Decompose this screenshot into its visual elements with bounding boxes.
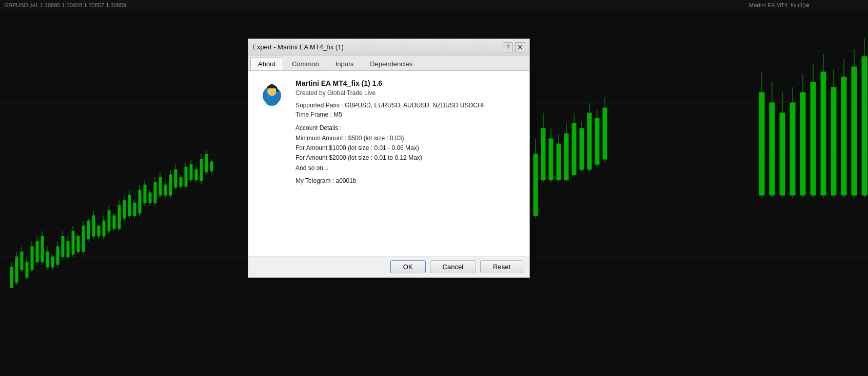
tab-dependencies[interactable]: Dependencies bbox=[362, 58, 420, 70]
dialog-titlebar: Expert - Martini EA MT4_fix (1) ? ✕ bbox=[248, 39, 529, 55]
svg-marker-135 bbox=[267, 84, 277, 87]
cancel-button[interactable]: Cancel bbox=[430, 260, 476, 273]
svg-point-137 bbox=[276, 90, 278, 92]
avatar-icon bbox=[259, 81, 285, 108]
reset-button[interactable]: Reset bbox=[480, 260, 523, 273]
svg-point-138 bbox=[266, 98, 278, 106]
info-area: Martini EA MT4_fix (1) 1.6 Created by Gl… bbox=[295, 79, 521, 248]
avatar-area bbox=[257, 79, 287, 248]
ea-account-details: Account Details : bbox=[295, 124, 521, 131]
ok-button[interactable]: OK bbox=[390, 260, 426, 273]
close-button[interactable]: ✕ bbox=[515, 42, 525, 52]
ea-amount-2000: For Amount $2000 (lot size : 0.01 to 0.1… bbox=[295, 153, 521, 163]
ea-amount-1000: For Amount $1000 (lot size : 0.01 - 0.06… bbox=[295, 143, 521, 153]
svg-point-139 bbox=[267, 95, 271, 99]
ea-telegram: My Telegram : a0001b bbox=[295, 177, 521, 184]
ea-min-amount: Minimum Amount : $500 (lot size : 0.03) bbox=[295, 134, 521, 143]
help-button[interactable]: ? bbox=[503, 42, 513, 52]
ea-title: Martini EA MT4_fix (1) 1.6 bbox=[295, 79, 521, 87]
tab-about[interactable]: About bbox=[250, 58, 283, 70]
dialog-controls: ? ✕ bbox=[503, 42, 525, 52]
dialog-content: Martini EA MT4_fix (1) 1.6 Created by Gl… bbox=[248, 71, 529, 256]
dialog-tabs: About Common Inputs Dependencies bbox=[248, 55, 529, 71]
svg-text:GBPUSD.,H1  1.30895  1.30928  : GBPUSD.,H1 1.30895 1.30928 1.30857 1.308… bbox=[4, 2, 126, 8]
dialog-footer: OK Cancel Reset bbox=[248, 256, 529, 277]
ea-and-so-on: And so on... bbox=[295, 163, 521, 173]
expert-dialog: Expert - Martini EA MT4_fix (1) ? ✕ Abou… bbox=[248, 39, 530, 278]
svg-text:Martini EA MT4_fix (1)⊕: Martini EA MT4_fix (1)⊕ bbox=[749, 2, 810, 8]
tab-common[interactable]: Common bbox=[284, 58, 327, 70]
ea-supported-pairs: Supported Pairs : GBPUSD, EURUSD, AUDUSD… bbox=[295, 101, 521, 110]
ea-created-by: Created by Global Trade Live bbox=[295, 89, 521, 97]
dialog-title: Expert - Martini EA MT4_fix (1) bbox=[252, 43, 344, 51]
ea-time-frame: Time Frame : M5 bbox=[295, 110, 521, 119]
svg-rect-129 bbox=[0, 0, 868, 10]
tab-inputs[interactable]: Inputs bbox=[328, 58, 361, 70]
